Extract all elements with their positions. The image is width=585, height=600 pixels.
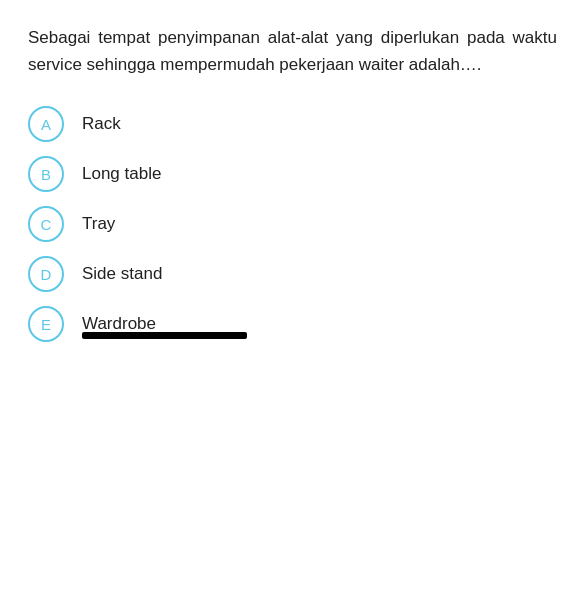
- option-circle-b: B: [28, 156, 64, 192]
- option-item-d[interactable]: D Side stand: [28, 256, 557, 292]
- option-circle-a: A: [28, 106, 64, 142]
- option-item-c[interactable]: C Tray: [28, 206, 557, 242]
- underline-decoration: [82, 332, 247, 339]
- option-text-b: Long table: [82, 164, 161, 184]
- option-letter-c: C: [41, 216, 52, 233]
- option-letter-a: A: [41, 116, 51, 133]
- option-text-d: Side stand: [82, 264, 162, 284]
- options-list: A Rack B Long table C Tray D Side stand …: [28, 106, 557, 342]
- option-text-a: Rack: [82, 114, 121, 134]
- option-circle-e: E: [28, 306, 64, 342]
- option-circle-d: D: [28, 256, 64, 292]
- option-item-e[interactable]: E Wardrobe: [28, 306, 557, 342]
- option-text-c: Tray: [82, 214, 115, 234]
- option-letter-d: D: [41, 266, 52, 283]
- option-item-a[interactable]: A Rack: [28, 106, 557, 142]
- question-text: Sebagai tempat penyimpanan alat-alat yan…: [28, 24, 557, 78]
- option-letter-b: B: [41, 166, 51, 183]
- option-item-b[interactable]: B Long table: [28, 156, 557, 192]
- option-letter-e: E: [41, 316, 51, 333]
- option-text-e: Wardrobe: [82, 314, 156, 334]
- option-circle-c: C: [28, 206, 64, 242]
